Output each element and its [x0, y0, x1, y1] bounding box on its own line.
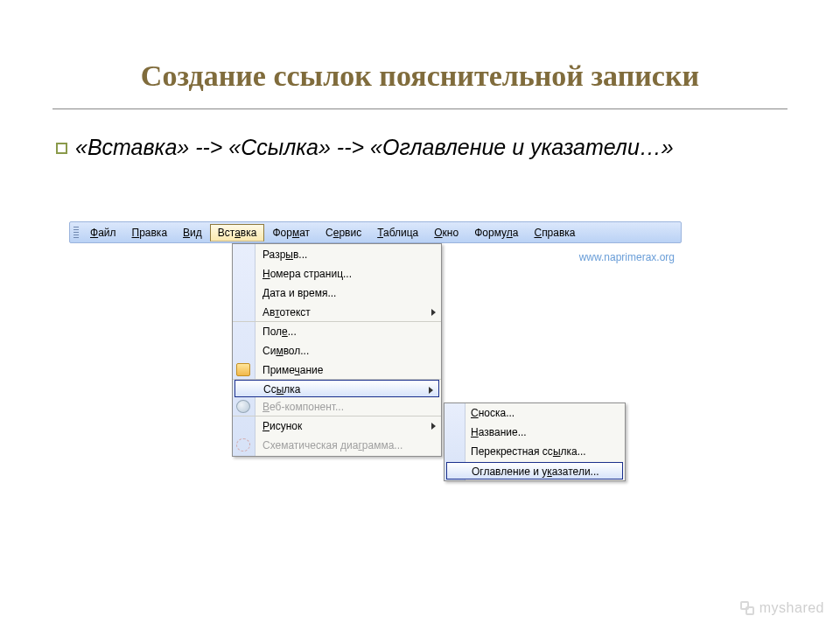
- dropdown-item-8: Веб-компонент...: [233, 397, 441, 416]
- menu-формат[interactable]: Формат: [264, 224, 318, 242]
- menu-формула[interactable]: Формула: [466, 224, 526, 242]
- submenu-arrow-icon: [431, 423, 436, 430]
- menu-файл[interactable]: Файл: [82, 224, 124, 242]
- dropdown-item-6[interactable]: Примечание: [233, 360, 441, 380]
- submenu-arrow-icon: [429, 387, 433, 394]
- menu-вид[interactable]: Вид: [175, 224, 210, 242]
- menu-сервис[interactable]: Сервис: [318, 224, 369, 242]
- menu-справка[interactable]: Справка: [526, 224, 583, 242]
- dropdown-item-1[interactable]: Номера страниц...: [233, 264, 441, 284]
- dropdown-item-5[interactable]: Символ...: [233, 341, 441, 360]
- dropdown-item-2[interactable]: Дата и время...: [233, 284, 441, 303]
- submenu-arrow-icon: [431, 309, 436, 316]
- dropdown-item-3[interactable]: Автотекст: [233, 303, 441, 322]
- footer-brand-text: myshared: [760, 600, 824, 616]
- dropdown-item-10: Схематическая диаграмма...: [233, 436, 441, 455]
- footer-brand: myshared: [740, 600, 824, 616]
- menu-вставка[interactable]: Вставка: [210, 224, 265, 242]
- menubar: ФайлПравкаВидВставкаФорматСервисТаблицаО…: [69, 221, 682, 243]
- menu-таблица[interactable]: Таблица: [369, 224, 426, 242]
- instruction-text: «Вставка» --> «Ссылка» --> «Оглавление и…: [75, 134, 784, 161]
- title-divider: [52, 108, 788, 109]
- dropdown-item-0[interactable]: Разрыв...: [233, 245, 441, 264]
- submenu-item-2[interactable]: Перекрестная ссылка...: [444, 442, 625, 461]
- menu-правка[interactable]: Правка: [124, 224, 176, 242]
- dropdown-item-4[interactable]: Поле...: [233, 322, 441, 341]
- dropdown-insert: Разрыв...Номера страниц...Дата и время..…: [232, 243, 442, 457]
- folder-icon: [236, 363, 250, 376]
- submenu-item-3[interactable]: Оглавление и указатели...: [446, 462, 623, 480]
- dropdown-item-7[interactable]: Ссылка: [234, 380, 439, 397]
- dropdown-item-9[interactable]: Рисунок: [233, 416, 441, 436]
- menu-окно[interactable]: Окно: [426, 224, 466, 242]
- word-screenshot: ФайлПравкаВидВставкаФорматСервисТаблицаО…: [69, 221, 682, 243]
- slide-title: Создание ссылок пояснительной записки: [0, 0, 840, 108]
- myshared-logo-icon: [740, 601, 754, 615]
- org-icon: [236, 438, 250, 452]
- menubar-grip[interactable]: [74, 227, 79, 239]
- submenu-reference: Сноска...Название...Перекрестная ссылка.…: [444, 402, 626, 481]
- submenu-item-0[interactable]: Сноска...: [444, 403, 625, 423]
- watermark-url: www.naprimerax.org: [579, 251, 675, 263]
- submenu-item-1[interactable]: Название...: [444, 423, 625, 442]
- web-icon: [236, 400, 250, 413]
